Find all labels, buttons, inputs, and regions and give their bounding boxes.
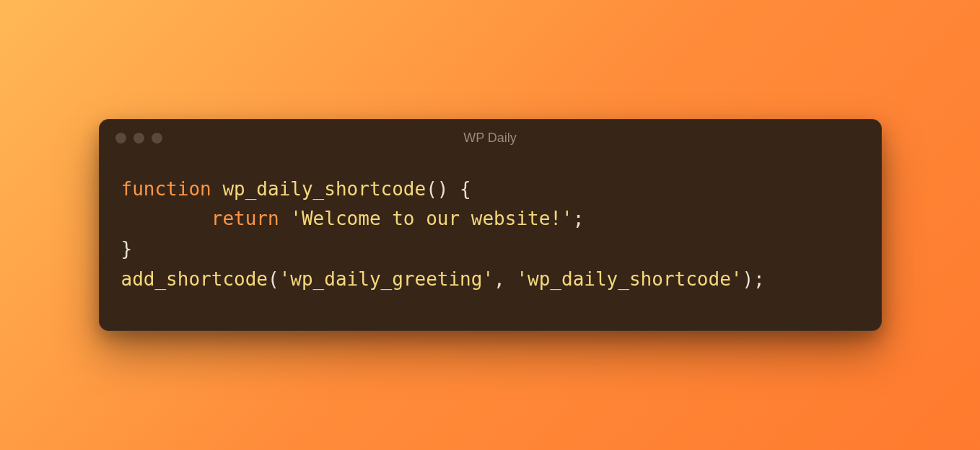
string-arg1: 'wp_daily_greeting'	[279, 268, 494, 290]
paren-open: (	[268, 268, 279, 290]
function-call: add_shortcode	[121, 268, 268, 290]
titlebar: WP Daily	[100, 120, 881, 157]
minimize-icon[interactable]	[134, 133, 144, 144]
traffic-lights	[115, 133, 162, 144]
keyword-return: return	[211, 208, 279, 229]
brace-open: {	[448, 178, 471, 200]
paren-close: );	[742, 268, 764, 290]
indent	[121, 208, 211, 229]
maximize-icon[interactable]	[152, 133, 162, 144]
window-title: WP Daily	[100, 131, 881, 146]
code-area[interactable]: function wp_daily_shortcode() { return '…	[100, 157, 881, 330]
function-name: wp_daily_shortcode	[222, 178, 426, 200]
comma: ,	[494, 268, 516, 290]
close-icon[interactable]	[115, 133, 126, 144]
keyword-function: function	[121, 178, 211, 200]
brace-close: }	[121, 238, 133, 260]
parens: ()	[426, 178, 448, 200]
space	[279, 208, 291, 229]
string-literal: 'Welcome to our website!'	[290, 208, 572, 229]
semicolon: ;	[573, 208, 585, 229]
string-arg2: 'wp_daily_shortcode'	[516, 268, 742, 290]
code-window: WP Daily function wp_daily_shortcode() {…	[99, 119, 882, 331]
